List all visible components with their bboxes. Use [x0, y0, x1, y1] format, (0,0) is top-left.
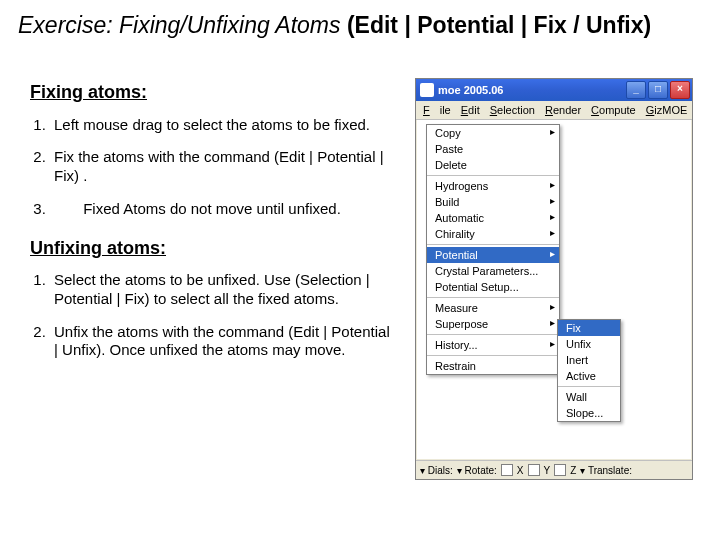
- submenu-unfix[interactable]: Unfix: [558, 336, 620, 352]
- menu-item-history[interactable]: History...: [427, 337, 559, 353]
- edit-dropdown[interactable]: Copy Paste Delete Hydrogens Build Automa…: [426, 124, 560, 375]
- unfixing-steps: Select the atoms to be unfixed. Use (Sel…: [30, 271, 390, 360]
- potential-submenu[interactable]: Fix Unfix Inert Active Wall Slope...: [557, 319, 621, 422]
- menu-item-paste[interactable]: Paste: [427, 141, 559, 157]
- status-dials[interactable]: ▾ Dials:: [420, 465, 453, 476]
- menu-window[interactable]: Windo: [692, 103, 693, 117]
- status-chk-y[interactable]: [528, 464, 540, 476]
- menu-edit[interactable]: Edit: [456, 103, 485, 117]
- submenu-inert[interactable]: Inert: [558, 352, 620, 368]
- fixing-step-3: Fixed Atoms do not move until unfixed.: [50, 200, 390, 219]
- menu-item-restrain[interactable]: Restrain: [427, 358, 559, 374]
- app-icon: [420, 83, 434, 97]
- menu-item-potential-setup[interactable]: Potential Setup...: [427, 279, 559, 295]
- menu-file[interactable]: File: [418, 103, 456, 117]
- maximize-button[interactable]: □: [648, 81, 668, 99]
- menu-render[interactable]: Render: [540, 103, 586, 117]
- status-rotate[interactable]: ▾ Rotate:: [457, 465, 497, 476]
- menu-item-automatic[interactable]: Automatic: [427, 210, 559, 226]
- menu-item-superpose[interactable]: Superpose: [427, 316, 559, 332]
- menu-item-hydrogens[interactable]: Hydrogens: [427, 178, 559, 194]
- fixing-heading: Fixing atoms:: [30, 81, 390, 104]
- window-titlebar[interactable]: moe 2005.06 _ □ ×: [416, 79, 692, 101]
- submenu-slope[interactable]: Slope...: [558, 405, 620, 421]
- unfixing-step-1: Select the atoms to be unfixed. Use (Sel…: [50, 271, 390, 309]
- slide-title: Exercise: Fixing/Unfixing Atoms (Edit | …: [18, 12, 651, 39]
- unfixing-heading: Unfixing atoms:: [30, 237, 390, 260]
- window-title: moe 2005.06: [438, 84, 624, 96]
- app-window: moe 2005.06 _ □ × File Edit Selection Re…: [415, 78, 693, 480]
- instructions-column: Fixing atoms: Left mouse drag to select …: [30, 75, 390, 378]
- submenu-fix[interactable]: Fix: [558, 320, 620, 336]
- status-chk-z[interactable]: [554, 464, 566, 476]
- submenu-wall[interactable]: Wall: [558, 389, 620, 405]
- menubar[interactable]: File Edit Selection Render Compute GizMO…: [416, 101, 692, 120]
- close-button[interactable]: ×: [670, 81, 690, 99]
- menu-selection[interactable]: Selection: [485, 103, 540, 117]
- menu-item-potential[interactable]: Potential: [427, 247, 559, 263]
- fixing-steps: Left mouse drag to select the atoms to b…: [30, 116, 390, 219]
- statusbar: ▾ Dials: ▾ Rotate: X Y Z ▾ Translate:: [416, 460, 692, 479]
- menu-item-chirality[interactable]: Chirality: [427, 226, 559, 242]
- menu-item-measure[interactable]: Measure: [427, 300, 559, 316]
- status-translate[interactable]: ▾ Translate:: [580, 465, 632, 476]
- menu-compute[interactable]: Compute: [586, 103, 641, 117]
- menu-item-build[interactable]: Build: [427, 194, 559, 210]
- menu-item-delete[interactable]: Delete: [427, 157, 559, 173]
- title-prefix: Exercise: Fixing/Unfixing Atoms: [18, 12, 341, 38]
- minimize-button[interactable]: _: [626, 81, 646, 99]
- fixing-step-2: Fix the atoms with the command (Edit | P…: [50, 148, 390, 186]
- unfixing-step-2: Unfix the atoms with the command (Edit |…: [50, 323, 390, 361]
- menu-item-copy[interactable]: Copy: [427, 125, 559, 141]
- fixing-step-1: Left mouse drag to select the atoms to b…: [50, 116, 390, 135]
- menu-gizmoe[interactable]: GizMOE: [641, 103, 693, 117]
- menu-item-crystal[interactable]: Crystal Parameters...: [427, 263, 559, 279]
- status-chk-x[interactable]: [501, 464, 513, 476]
- submenu-active[interactable]: Active: [558, 368, 620, 384]
